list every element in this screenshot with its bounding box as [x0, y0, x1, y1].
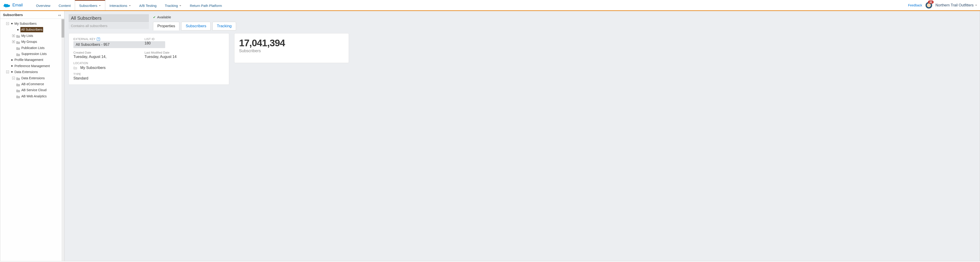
prop-type: TYPE Standard	[73, 73, 224, 80]
tree-label: Profile Management	[14, 57, 43, 62]
nav-tab-label: Content	[59, 4, 71, 8]
folder-icon	[16, 76, 20, 79]
page-title: All Subscribers	[68, 14, 149, 22]
sidebar-header: Subscribers	[0, 11, 64, 19]
sidebar: Subscribers − My Subscribers All Subscri…	[0, 11, 64, 261]
scrollbar[interactable]	[62, 19, 64, 261]
prop-external-key: EXTERNAL KEY ? All Subscribers - 957	[73, 38, 138, 48]
prop-label: EXTERNAL KEY	[73, 38, 95, 41]
tab-properties[interactable]: Properties	[153, 22, 180, 30]
tree-item-preference-management[interactable]: Preference Management	[2, 63, 63, 69]
prop-created-date: Created Date Tuesday, August 14,	[73, 51, 138, 59]
feedback-link[interactable]: Feedback	[908, 3, 922, 7]
nav-tab-overview[interactable]: Overview	[32, 0, 55, 10]
tree-collapse-icon[interactable]: −	[6, 71, 9, 73]
nav-tab-label: Interactions	[110, 4, 127, 8]
tree-label: Data Extensions	[14, 69, 38, 74]
prop-value: Standard	[73, 76, 224, 80]
stats-panel: 17,041,394 Subscribers	[234, 33, 349, 63]
prop-value: Tuesday, August 14,	[73, 55, 138, 59]
chevron-down-icon	[99, 4, 101, 8]
prop-location: LOCATION My Subscribers	[73, 62, 224, 70]
tree-label: Publication Lists	[21, 45, 45, 51]
app-name[interactable]: Email	[13, 3, 23, 8]
nav-tab-returnpath[interactable]: Return Path Platform	[186, 0, 226, 10]
tree-item-my-subscribers[interactable]: − My Subscribers	[2, 21, 63, 27]
nav-tab-abtesting[interactable]: A/B Testing	[135, 0, 161, 10]
tree-label: AB Service Cloud	[21, 87, 46, 93]
folder-icon	[16, 83, 20, 86]
bullet-icon	[11, 71, 13, 73]
nav-tab-label: Tracking	[165, 4, 178, 8]
tree-item-ab-service-cloud[interactable]: AB Service Cloud	[2, 87, 63, 93]
folder-icon	[16, 34, 20, 37]
title-box: All Subscribers Contains all subscribers	[68, 14, 149, 29]
salesforce-logo	[3, 3, 10, 8]
tree-item-ab-web-analytics[interactable]: AB Web Analytics	[2, 93, 63, 99]
notification-badge: 42	[928, 0, 934, 4]
content-tabs: Properties Subscribers Tracking	[153, 22, 236, 30]
prop-label: Created Date	[73, 51, 138, 54]
chevron-down-icon	[179, 4, 181, 8]
tree-label: My Lists	[21, 33, 33, 38]
nav-tab-content[interactable]: Content	[55, 0, 75, 10]
prop-value: My Subscribers	[80, 66, 105, 70]
nav-tab-label: A/B Testing	[139, 4, 157, 8]
main-content: All Subscribers Contains all subscribers…	[64, 11, 980, 261]
status-tabs-column: ✔ Available Properties Subscribers Track…	[153, 14, 236, 30]
subscriber-count: 17,041,394	[239, 38, 344, 49]
nav-tab-label: Overview	[36, 4, 51, 8]
folder-icon	[16, 95, 20, 98]
tab-subscribers[interactable]: Subscribers	[181, 22, 211, 30]
tree-label: Preference Management	[14, 63, 50, 68]
bullet-icon	[17, 29, 19, 30]
prop-label: LOCATION	[73, 62, 224, 65]
tree-item-data-extensions-folder[interactable]: − Data Extensions	[2, 75, 63, 81]
folder-icon	[16, 40, 20, 43]
folder-icon	[73, 66, 77, 69]
nav-tab-interactions[interactable]: Interactions	[105, 0, 135, 10]
scrollbar-thumb[interactable]	[62, 19, 64, 38]
tree-label: Suppression Lists	[21, 51, 47, 56]
nav-right: Feedback 42 Northern Trail Outfitters	[908, 2, 977, 9]
page-subtitle: Contains all subscribers	[68, 23, 149, 29]
panels-row: EXTERNAL KEY ? All Subscribers - 957 LIS…	[68, 33, 976, 85]
tree-item-all-subscribers[interactable]: All Subscribers	[2, 27, 63, 33]
tree-collapse-icon[interactable]: −	[6, 22, 9, 25]
tree-collapse-icon[interactable]: −	[12, 77, 15, 79]
org-switcher[interactable]: Northern Trail Outfitters	[935, 3, 977, 7]
prop-modified-date: Last Modified Date Tuesday, August 14	[145, 51, 224, 59]
tree-item-my-groups[interactable]: + My Groups	[2, 39, 63, 45]
help-icon[interactable]: ?	[97, 38, 100, 41]
nav-tabs: Overview Content Subscribers Interaction…	[32, 0, 908, 10]
tree-item-publication-lists[interactable]: Publication Lists	[2, 45, 63, 51]
org-name-label: Northern Trail Outfitters	[935, 3, 974, 7]
tree-expand-icon[interactable]: +	[12, 34, 15, 37]
prop-label: Last Modified Date	[145, 51, 224, 54]
tree-item-suppression-lists[interactable]: Suppression Lists	[2, 51, 63, 57]
sidebar-title: Subscribers	[3, 13, 23, 17]
tree-item-ab-ecommerce[interactable]: AB eCommerce	[2, 81, 63, 87]
folder-icon	[16, 88, 20, 92]
tree-label: AB Web Analytics	[21, 94, 46, 99]
folder-icon	[16, 52, 20, 55]
status-label: Available	[157, 15, 171, 19]
tree-item-data-extensions-root[interactable]: − Data Extensions	[2, 69, 63, 75]
chevron-down-icon	[975, 3, 977, 7]
bullet-icon	[11, 23, 13, 24]
tab-tracking[interactable]: Tracking	[212, 22, 236, 30]
tree-label: Data Extensions	[21, 76, 45, 80]
collapse-icon[interactable]	[58, 14, 62, 16]
bullet-icon	[11, 65, 13, 67]
prop-label: LIST ID	[145, 38, 224, 41]
avatar[interactable]: 42	[925, 2, 932, 9]
subscriber-count-label: Subscribers	[239, 49, 344, 54]
nav-tab-subscribers[interactable]: Subscribers	[75, 0, 105, 10]
folder-icon	[16, 46, 20, 49]
prop-value: 180	[145, 41, 224, 45]
nav-tab-tracking[interactable]: Tracking	[161, 0, 186, 10]
tree-item-profile-management[interactable]: Profile Management	[2, 57, 63, 63]
nav-tab-label: Return Path Platform	[190, 4, 222, 8]
tree-expand-icon[interactable]: +	[12, 40, 15, 43]
tree-item-my-lists[interactable]: + My Lists	[2, 33, 63, 39]
